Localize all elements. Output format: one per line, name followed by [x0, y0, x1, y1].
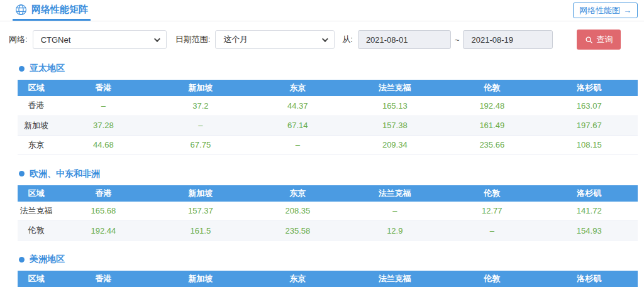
column-header: 新加坡 [152, 80, 249, 96]
column-header: 区域 [18, 185, 55, 202]
search-icon [585, 36, 593, 44]
column-header: 区域 [18, 271, 55, 287]
section-title: 欧洲、中东和非洲 [19, 168, 638, 180]
search-button-label: 查询 [596, 34, 613, 45]
column-header: 新加坡 [152, 185, 249, 202]
cell-value: 165.68 [55, 202, 152, 221]
network-select-value: CTGNet [41, 35, 71, 45]
cell-value: 208.35 [249, 202, 346, 221]
column-header: 区域 [18, 80, 55, 96]
column-header: 伦敦 [443, 271, 540, 287]
matrix-table: 区域香港新加坡东京法兰克福伦敦洛杉矶 香港–37.244.37165.13192… [18, 80, 638, 155]
table-row: 新加坡37.28–67.14157.38161.49197.67 [18, 116, 638, 135]
column-header: 法兰克福 [347, 80, 443, 96]
row-label: 香港 [18, 96, 55, 116]
date-range-label: 日期范围: [175, 34, 211, 45]
table-header-row: 区域香港新加坡东京法兰克福伦敦洛杉矶 [18, 185, 638, 202]
column-header: 东京 [249, 80, 346, 96]
table-row: 香港–37.244.37165.13192.48163.07 [18, 96, 638, 116]
cell-value: 154.93 [541, 221, 638, 241]
network-label: 网络: [9, 34, 28, 45]
cell-value: 44.68 [55, 135, 152, 154]
cell-value: 12.77 [443, 202, 540, 221]
network-select[interactable]: CTGNet [33, 30, 167, 49]
section-title-text: 欧洲、中东和非洲 [30, 168, 100, 180]
cell-value: 165.13 [347, 96, 443, 116]
table-row: 法兰克福165.68157.37208.35–12.77141.72 [18, 202, 638, 221]
perf-chart-button-label: 网络性能图 [579, 5, 620, 16]
chevron-down-icon [154, 36, 160, 42]
tilde-separator: ~ [455, 35, 460, 45]
region-section: 美洲地区 区域香港新加坡东京法兰克福伦敦洛杉矶 洛杉矶162.35197.871… [18, 254, 638, 287]
section-title: 美洲地区 [19, 254, 638, 265]
column-header: 香港 [55, 80, 152, 96]
cell-value: 141.72 [541, 202, 638, 221]
tab-network-performance-matrix[interactable]: 网络性能矩阵 [13, 0, 91, 21]
cell-value: 44.37 [249, 96, 346, 116]
to-date-input[interactable] [463, 30, 553, 49]
cell-value: 37.28 [55, 116, 152, 135]
table-row: 东京44.6867.75–209.34235.66108.15 [18, 135, 638, 154]
cell-value: 12.9 [347, 221, 443, 241]
column-header: 法兰克福 [347, 271, 443, 287]
cell-value: 235.58 [249, 221, 346, 241]
cell-value: – [55, 96, 152, 116]
dot-icon [19, 66, 25, 72]
globe-network-icon [15, 4, 27, 16]
cell-value: – [443, 221, 540, 241]
dot-icon [19, 257, 25, 263]
sections: 亚太地区 区域香港新加坡东京法兰克福伦敦洛杉矶 香港–37.244.37165.… [18, 63, 638, 287]
date-range-select[interactable]: 这个月 [215, 30, 335, 49]
cell-value: 157.37 [152, 202, 249, 221]
column-header: 伦敦 [443, 80, 540, 96]
cell-value: – [347, 202, 443, 221]
cell-value: 197.67 [541, 116, 638, 135]
section-title: 亚太地区 [19, 63, 638, 74]
row-label: 法兰克福 [18, 202, 55, 221]
column-header: 东京 [249, 185, 346, 202]
column-header: 洛杉矶 [541, 271, 638, 287]
from-date-input[interactable] [358, 30, 451, 49]
column-header: 法兰克福 [347, 185, 443, 202]
section-title-text: 美洲地区 [30, 254, 65, 265]
cell-value: 67.14 [249, 116, 346, 135]
section-title-text: 亚太地区 [30, 63, 65, 74]
cell-value: 161.5 [152, 221, 249, 241]
cell-value: 163.07 [541, 96, 638, 116]
cell-value: 108.15 [541, 135, 638, 154]
filter-bar: 网络: CTGNet 日期范围: 这个月 从: ~ 查询 [9, 30, 638, 50]
table-header-row: 区域香港新加坡东京法兰克福伦敦洛杉矶 [18, 271, 638, 287]
row-label: 伦敦 [18, 221, 55, 241]
topbar: 网络性能矩阵 网络性能图 → [0, 0, 644, 21]
from-label: 从: [342, 34, 353, 45]
matrix-table: 区域香港新加坡东京法兰克福伦敦洛杉矶 洛杉矶162.35197.87107.02… [18, 271, 638, 287]
cell-value: 235.66 [443, 135, 540, 154]
dot-icon [19, 171, 25, 176]
cell-value: 67.75 [152, 135, 249, 154]
column-header: 东京 [249, 271, 346, 287]
region-section: 欧洲、中东和非洲 区域香港新加坡东京法兰克福伦敦洛杉矶 法兰克福165.6815… [18, 168, 638, 241]
cell-value: 157.38 [347, 116, 443, 135]
row-label: 新加坡 [18, 116, 55, 135]
cell-value: 161.49 [443, 116, 540, 135]
page-title: 网络性能矩阵 [31, 4, 88, 16]
cell-value: 192.44 [55, 221, 152, 241]
arrow-right-icon: → [623, 6, 631, 15]
chevron-down-icon [322, 36, 328, 42]
table-header-row: 区域香港新加坡东京法兰克福伦敦洛杉矶 [18, 80, 638, 96]
column-header: 香港 [55, 271, 152, 287]
cell-value: 192.48 [443, 96, 540, 116]
table-row: 伦敦192.44161.5235.5812.9–154.93 [18, 221, 638, 241]
cell-value: – [152, 116, 249, 135]
cell-value: 37.2 [152, 96, 249, 116]
column-header: 香港 [55, 185, 152, 202]
row-label: 东京 [18, 135, 55, 154]
cell-value: 209.34 [347, 135, 443, 154]
column-header: 洛杉矶 [541, 185, 638, 202]
date-range-select-value: 这个月 [223, 34, 248, 45]
matrix-table: 区域香港新加坡东京法兰克福伦敦洛杉矶 法兰克福165.68157.37208.3… [18, 185, 638, 241]
network-performance-chart-button[interactable]: 网络性能图 → [573, 3, 638, 18]
column-header: 伦敦 [443, 185, 540, 202]
search-button[interactable]: 查询 [577, 30, 621, 50]
column-header: 洛杉矶 [541, 80, 638, 96]
